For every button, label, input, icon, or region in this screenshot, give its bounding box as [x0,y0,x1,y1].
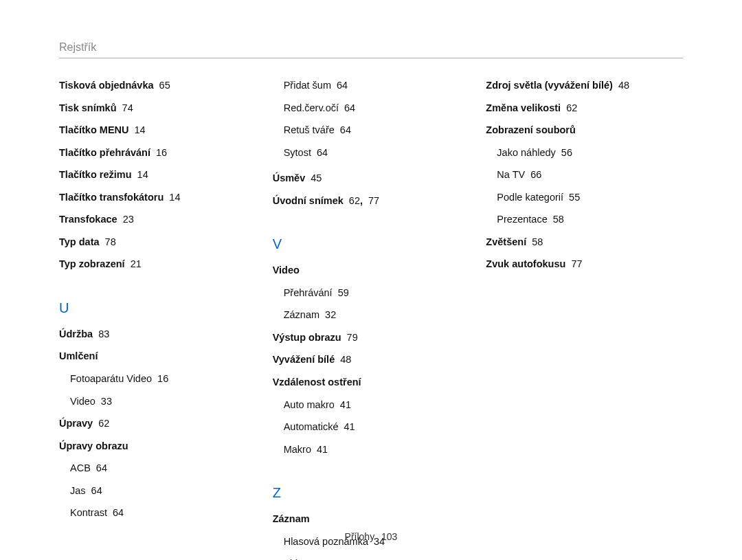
footer-label: Přílohy [345,531,375,542]
entry-page[interactable]: 41 [340,399,351,410]
index-entry: Vzdálenost ostření [273,373,470,392]
index-entry: Výstup obrazu 79 [273,328,470,348]
entry-page[interactable]: 41 [344,421,355,432]
index-subentry: Kontrast 64 [59,504,256,523]
index-entry: Údržba 83 [59,325,256,344]
index-entry: Vyvážení bílé 48 [273,350,470,370]
entry-page[interactable]: 58 [532,236,543,247]
entry-page[interactable]: 65 [159,80,170,91]
entry-page[interactable]: 48 [618,80,629,91]
index-subentry: Red.červ.očí 64 [273,99,470,118]
index-entry: Záznam [273,510,470,529]
entry-page[interactable]: 56 [561,147,572,158]
index-entry: Typ zobrazení 21 [59,255,256,274]
entry-term: Fotoaparátu Video [70,373,152,384]
entry-term: Výstup obrazu [273,332,341,343]
entry-term: Typ data [59,236,100,247]
index-entry: Změna velikosti 62 [486,99,683,118]
entry-page[interactable]: 23 [123,214,134,225]
entry-term: Automatické [284,421,339,432]
entry-term: Jas [70,485,86,496]
entry-term: Úpravy [59,418,93,429]
entry-page[interactable]: 41 [317,444,328,455]
index-entry: Video [273,261,470,280]
index-subentry: Makro 41 [273,440,470,460]
entry-page[interactable]: 78 [105,236,116,247]
entry-term: Makro [284,444,311,455]
entry-term: Zdroj světla (vyvážení bílé) [486,80,613,91]
entry-page[interactable]: 55 [569,192,580,203]
entry-page[interactable]: 14 [169,192,180,203]
entry-page[interactable]: 66 [530,169,541,180]
entry-page[interactable]: 32 [325,309,336,320]
entry-page[interactable]: 45 [311,172,322,183]
entry-page[interactable]: 16 [156,147,167,158]
index-entry: Tlačítko transfokátoru 14 [59,188,256,208]
column-3: Zdroj světla (vyvážení bílé) 48 Změna ve… [486,76,683,560]
entry-term: Tlačítko přehrávání [59,147,150,158]
entry-page[interactable]: 58 [553,214,564,225]
entry-term: Jako náhledy [497,147,555,158]
page-header: Rejstřík [59,41,683,58]
column-2: Přidat šum 64 Red.červ.očí 64 Retuš tvář… [273,76,470,560]
entry-term: Přehrávání [284,287,333,298]
entry-term: Retuš tváře [284,124,335,135]
entry-page[interactable]: 62 [349,195,360,206]
entry-page[interactable]: 64 [340,124,351,135]
entry-page[interactable]: 64 [113,507,124,518]
entry-page[interactable]: 64 [344,102,355,113]
index-subentry: Sytost 64 [273,144,470,163]
entry-page[interactable]: 77 [571,258,582,269]
entry-term: Video [70,396,95,407]
entry-page[interactable]: 64 [317,147,328,158]
entry-page[interactable]: 83 [98,328,109,339]
entry-page[interactable]: 77 [368,195,379,206]
letter-heading-u: U [59,295,256,321]
entry-term: Sytost [284,147,311,158]
index-subentry: Video 33 [59,392,256,412]
index-entry: Úpravy 62 [59,414,256,434]
entry-page[interactable]: 33 [101,396,112,407]
entry-page[interactable]: 16 [157,373,168,384]
letter-heading-z: Z [273,480,470,506]
entry-page[interactable]: 48 [340,354,351,365]
index-entry: Zdroj světla (vyvážení bílé) 48 [486,76,683,96]
entry-term: Údržba [59,328,93,339]
index-columns: Tisková objednávka 65 Tisk snímků 74 Tla… [59,76,683,560]
entry-term: Tlačítko režimu [59,169,132,180]
entry-page[interactable]: 64 [96,462,107,473]
entry-term: Úsměv [273,172,306,183]
index-entry: Tisková objednávka 65 [59,76,256,96]
entry-page[interactable]: 62 [566,102,577,113]
index-subentry: Video 32 [273,555,470,560]
entry-page[interactable]: 14 [137,169,148,180]
entry-term: Red.červ.očí [284,102,339,113]
entry-term: Podle kategorií [497,192,563,203]
entry-page[interactable]: 74 [122,102,133,113]
index-entry: Typ data 78 [59,233,256,252]
index-entry: Úsměv 45 [273,169,470,188]
page-footer: Přílohy 103 [0,531,742,542]
index-subentry: Prezentace 58 [486,210,683,229]
entry-term: Tlačítko MENU [59,124,129,135]
entry-term: Kontrast [70,507,107,518]
letter-heading-v: V [273,231,470,257]
index-subentry: Jako náhledy 56 [486,144,683,163]
entry-page[interactable]: 59 [338,287,349,298]
entry-page[interactable]: 21 [131,258,142,269]
entry-page[interactable]: 64 [91,485,102,496]
entry-page[interactable]: 14 [135,124,146,135]
entry-term: Zvětšení [486,236,526,247]
index-entry: Tlačítko režimu 14 [59,166,256,185]
entry-page[interactable]: 62 [98,418,109,429]
entry-term: Tlačítko transfokátoru [59,192,164,203]
index-subentry: Fotoaparátu Video 16 [59,370,256,389]
index-entry: Zvuk autofokusu 77 [486,255,683,274]
entry-page[interactable]: 64 [337,80,348,91]
index-entry: Transfokace 23 [59,210,256,229]
entry-term: Na TV [497,169,525,180]
entry-page[interactable]: 79 [347,332,358,343]
entry-term: Transfokace [59,214,117,225]
entry-term: Auto makro [284,399,335,410]
entry-term: Tisk snímků [59,102,117,113]
